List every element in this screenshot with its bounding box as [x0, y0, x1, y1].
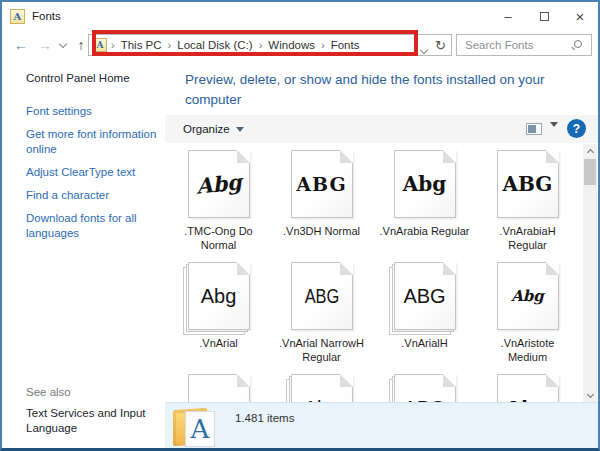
- page-title: Preview, delete, or show and hide the fo…: [185, 70, 573, 111]
- back-button[interactable]: ←: [10, 30, 32, 60]
- font-name-label: .VnArialH: [373, 336, 476, 350]
- page-with-folded-corner: Abg: [394, 150, 456, 218]
- sidebar-item-text-services[interactable]: Text Services and Input Language: [26, 406, 157, 436]
- sidebar-item-adjust-cleartype[interactable]: Adjust ClearType text: [26, 165, 157, 180]
- font-file-icon: Abg: [497, 374, 559, 402]
- search-box: [456, 34, 592, 56]
- font-name-label: .VnArial NarrowH Regular: [270, 336, 373, 365]
- help-icon: ?: [573, 122, 580, 136]
- see-also-label: See also: [26, 386, 157, 398]
- fonts-folder-icon: A: [93, 38, 107, 52]
- window-controls: – ×: [490, 2, 598, 30]
- address-dropdown-button[interactable]: [421, 39, 427, 57]
- page-with-folded-corner: ABG: [394, 374, 456, 402]
- organize-button[interactable]: Organize: [183, 123, 244, 135]
- font-card[interactable]: Abg.VnArial: [167, 260, 270, 372]
- font-card[interactable]: Abg.TMC-Ong Do Normal: [167, 148, 270, 260]
- vertical-scrollbar[interactable]: [583, 144, 597, 402]
- maximize-button[interactable]: [526, 2, 562, 30]
- chevron-down-icon: [59, 39, 67, 47]
- sidebar-item-get-more-font-info[interactable]: Get more font information online: [26, 127, 157, 157]
- chevron-down-icon: [420, 46, 428, 54]
- change-view-icon[interactable]: [526, 123, 542, 135]
- font-family-stacked-file-icon: Abg: [188, 262, 250, 330]
- font-name-label: .VnArabia Regular: [373, 224, 476, 238]
- font-card[interactable]: Abg: [476, 372, 579, 402]
- close-button[interactable]: ×: [562, 2, 598, 30]
- breadcrumb-separator-icon: ›: [107, 39, 119, 51]
- page-with-folded-corner: Abg: [497, 374, 559, 402]
- refresh-button[interactable]: ↻: [435, 38, 446, 53]
- font-name-label: .VnArial: [167, 336, 270, 350]
- forward-icon: →: [38, 37, 52, 53]
- font-preview-glyphs: ABG: [498, 172, 558, 196]
- status-bar: A 1.481 items: [165, 402, 598, 448]
- font-file-icon: Abg: [497, 262, 559, 330]
- sidebar-item-font-settings[interactable]: Font settings: [26, 104, 157, 119]
- breadcrumb-windows[interactable]: Windows: [266, 39, 317, 51]
- breadcrumb: › This PC › Local Disk (C:) › Windows › …: [107, 39, 451, 51]
- fonts-explorer-window: A Fonts – × ← → ↑ A › This PC › Local Di…: [0, 0, 600, 451]
- font-card[interactable]: Abg.VnAristote Medium: [476, 260, 579, 372]
- fonts-app-icon: A: [10, 9, 25, 24]
- font-card[interactable]: ABG: [373, 372, 476, 402]
- address-bar[interactable]: A › This PC › Local Disk (C:) › Windows …: [88, 34, 452, 56]
- scrollbar-thumb[interactable]: [584, 159, 596, 185]
- page-with-folded-corner: Abg: [188, 262, 250, 330]
- breadcrumb-separator-icon: ›: [164, 39, 176, 51]
- font-file-icon: Abg: [188, 150, 250, 218]
- font-preview-glyphs: ABG: [292, 173, 352, 195]
- forward-button[interactable]: →: [34, 30, 56, 60]
- search-input[interactable]: [457, 35, 591, 55]
- breadcrumb-this-pc[interactable]: This PC: [119, 39, 164, 51]
- font-grid: Abg.TMC-Ong Do NormalABG.Vn3DH NormalAbg…: [167, 148, 580, 402]
- font-preview-glyphs: ABG: [395, 285, 455, 308]
- recent-locations-button[interactable]: [56, 30, 70, 60]
- window-body: Control Panel Home Font settings Get mor…: [2, 60, 598, 448]
- page-with-folded-corner: [188, 374, 250, 402]
- scroll-down-button[interactable]: [583, 388, 597, 402]
- page-with-folded-corner: ABG: [291, 150, 353, 218]
- items-count: 1.481 items: [235, 412, 294, 424]
- font-card[interactable]: Abg.VnArabia Regular: [373, 148, 476, 260]
- font-card[interactable]: ABG.VnArialH: [373, 260, 476, 372]
- font-file-icon: ABG: [291, 262, 353, 330]
- breadcrumb-separator-icon: ›: [317, 39, 329, 51]
- breadcrumb-local-disk-c[interactable]: Local Disk (C:): [175, 39, 254, 51]
- scroll-up-button[interactable]: [583, 144, 597, 158]
- page-with-folded-corner: Abg: [497, 262, 559, 330]
- page-with-folded-corner: Abg: [188, 150, 250, 218]
- font-family-stacked-file-icon: ABG: [394, 262, 456, 330]
- font-card[interactable]: ABG.VnArabiaH Regular: [476, 148, 579, 260]
- chevron-down-icon: [586, 390, 593, 397]
- font-family-stacked-file-icon: ABG: [394, 374, 456, 402]
- font-card[interactable]: Abg: [270, 372, 373, 402]
- page-with-folded-corner: ABG: [497, 150, 559, 218]
- page-with-folded-corner: Abg: [291, 374, 353, 402]
- sidebar-item-control-panel-home[interactable]: Control Panel Home: [26, 72, 157, 84]
- font-preview-glyphs: Abg: [189, 285, 249, 308]
- organize-label: Organize: [183, 123, 230, 135]
- font-name-label: .VnAristote Medium: [476, 336, 579, 365]
- font-name-label: .TMC-Ong Do Normal: [167, 224, 270, 253]
- font-preview-glyphs: Abg: [187, 168, 249, 199]
- chevron-down-icon: [550, 122, 558, 144]
- content-pane: Preview, delete, or show and hide the fo…: [165, 60, 598, 448]
- view-options-button[interactable]: [544, 127, 558, 145]
- page-with-folded-corner: ABG: [394, 262, 456, 330]
- breadcrumb-fonts[interactable]: Fonts: [329, 39, 362, 51]
- font-card[interactable]: [167, 372, 270, 402]
- font-file-icon: ABG: [497, 150, 559, 218]
- sidebar-item-find-a-character[interactable]: Find a character: [26, 188, 157, 203]
- help-button[interactable]: ?: [567, 119, 586, 138]
- search-icon[interactable]: [574, 40, 582, 48]
- close-icon: ×: [576, 8, 585, 25]
- minimize-button[interactable]: –: [490, 2, 526, 30]
- font-card[interactable]: ABG.Vn3DH Normal: [270, 148, 373, 260]
- sidebar-item-download-fonts[interactable]: Download fonts for all languages: [26, 211, 157, 241]
- chevron-up-icon: [586, 149, 593, 156]
- font-card[interactable]: ABG.VnArial NarrowH Regular: [270, 260, 373, 372]
- font-file-icon: [188, 374, 250, 402]
- font-name-label: .VnArabiaH Regular: [476, 224, 579, 253]
- chevron-down-icon: [236, 127, 244, 132]
